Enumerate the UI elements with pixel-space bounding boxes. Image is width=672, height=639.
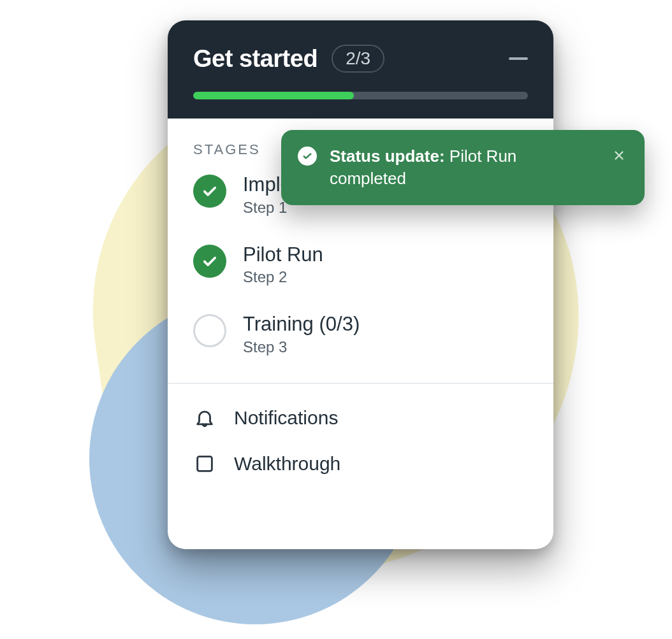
footer-item-notifications[interactable]: Notifications [193, 395, 528, 441]
empty-circle-icon [193, 314, 226, 347]
stage-subtitle: Step 2 [243, 268, 323, 286]
footer-item-walkthrough[interactable]: Walkthrough [193, 441, 528, 487]
bell-icon [193, 406, 216, 429]
walkthrough-icon [193, 452, 216, 475]
check-circle-icon [193, 245, 226, 278]
check-circle-icon [193, 175, 226, 208]
onboarding-card: Get started 2/3 STAGES Implementation St… [168, 20, 553, 549]
header-title: Get started [193, 45, 318, 73]
check-circle-icon [298, 147, 317, 166]
footer-item-label: Walkthrough [234, 453, 340, 475]
minimize-icon[interactable] [509, 57, 528, 60]
progress-bar-fill [193, 92, 354, 99]
footer-list: Notifications Walkthrough [193, 384, 528, 487]
toast-message: Status update: Pilot Run completed [330, 145, 597, 190]
stage-title: Training (0/3) [243, 313, 360, 336]
stage-pilot-run[interactable]: Pilot Run Step 2 [193, 243, 528, 287]
stage-subtitle: Step 3 [243, 338, 360, 356]
svg-rect-0 [198, 457, 212, 471]
status-update-toast: Status update: Pilot Run completed [281, 130, 645, 205]
stage-title: Pilot Run [243, 243, 323, 266]
progress-counter-badge: 2/3 [332, 45, 384, 73]
footer-item-label: Notifications [234, 407, 338, 429]
card-header: Get started 2/3 [168, 20, 553, 118]
stage-training[interactable]: Training (0/3) Step 3 [193, 313, 528, 356]
close-icon[interactable] [610, 147, 628, 164]
progress-bar-track [193, 92, 528, 99]
toast-prefix: Status update: [330, 147, 445, 166]
